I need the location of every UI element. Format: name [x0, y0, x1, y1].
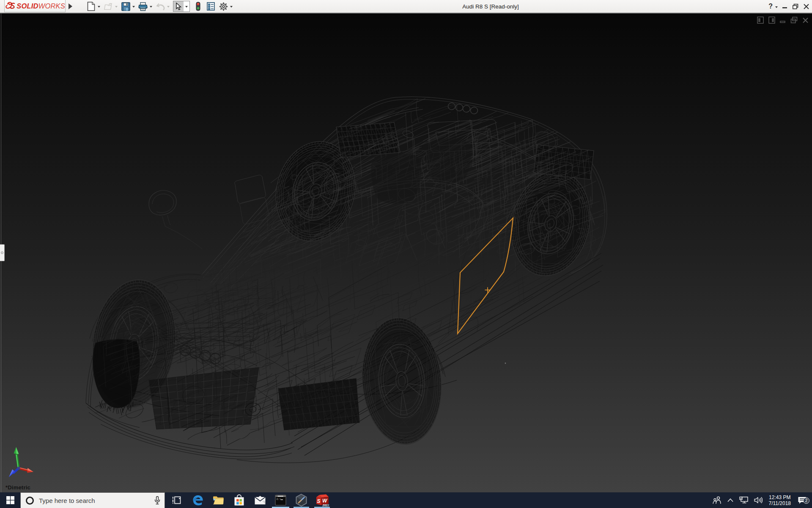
windows-taskbar: Type here to search C:\ SW2017: [0, 492, 812, 508]
help-dropdown[interactable]: [775, 6, 778, 8]
svg-text:C:\: C:\: [277, 498, 281, 501]
car-wireframe: [0, 14, 812, 492]
people-button[interactable]: [710, 492, 724, 508]
toolbar-expand-arrow-icon[interactable]: [66, 2, 74, 11]
volume-button[interactable]: [751, 492, 765, 508]
save-dropdown[interactable]: [132, 6, 135, 8]
view-orientation-label: *Dimetric: [5, 484, 30, 491]
restore-button[interactable]: [792, 3, 799, 10]
new-document-button[interactable]: [86, 1, 103, 12]
network-button[interactable]: [736, 492, 751, 508]
traffic-light-icon: [193, 2, 203, 11]
people-icon: [713, 496, 721, 504]
solidworks-2017-icon: SW2017: [315, 494, 329, 507]
mail-button[interactable]: [250, 492, 270, 508]
close-button[interactable]: [803, 3, 809, 10]
print-dropdown[interactable]: [150, 6, 152, 8]
solidworks-window: SOLIDWORKS: [0, 0, 812, 508]
print-icon: [138, 2, 148, 11]
select-cursor-icon: [173, 1, 184, 11]
action-center-button[interactable]: 2: [794, 496, 812, 505]
feature-panel-collapsed-tab[interactable]: [0, 244, 5, 261]
undo-icon: [156, 2, 165, 11]
options-list-button[interactable]: [206, 1, 215, 12]
titlebar-window-controls: ?: [768, 0, 809, 13]
restore-doc-icon[interactable]: [790, 17, 798, 24]
chevron-up-icon: [727, 498, 733, 502]
cortana-ring-icon: [26, 497, 34, 505]
solidworks-logo: SOLIDWORKS: [4, 0, 66, 12]
save-icon: [121, 2, 130, 11]
feature-pane-left-icon[interactable]: [757, 17, 764, 24]
new-document-icon: [86, 2, 96, 11]
minimize-button[interactable]: [782, 3, 788, 10]
help-button[interactable]: ?: [768, 3, 773, 10]
tray-date: 7/11/2018: [769, 500, 791, 506]
file-explorer-icon: [213, 495, 224, 505]
minimize-doc-icon[interactable]: [780, 17, 786, 24]
task-view-button[interactable]: [167, 492, 187, 508]
cad-hexagon-icon: [295, 494, 307, 507]
start-button[interactable]: [0, 492, 20, 508]
undo-dropdown[interactable]: [167, 6, 170, 8]
title-bar: SOLIDWORKS: [0, 0, 812, 13]
print-button[interactable]: [138, 1, 155, 12]
quick-toolbar: [86, 0, 236, 13]
selected-face-outline: [458, 218, 513, 334]
edge-button[interactable]: [187, 492, 208, 508]
feature-pane-right-icon[interactable]: [768, 17, 775, 24]
solidworks-2017-button[interactable]: SW2017: [312, 492, 332, 508]
search-placeholder: Type here to search: [39, 497, 95, 504]
document-window-controls: [757, 17, 809, 24]
tray-clock[interactable]: 12:43 PM 7/11/2018: [765, 494, 795, 506]
system-tray: 12:43 PM 7/11/2018 2: [710, 492, 812, 508]
command-prompt-button[interactable]: C:\: [270, 492, 291, 508]
file-explorer-button[interactable]: [208, 492, 229, 508]
cad-hexagon-app-button[interactable]: [291, 492, 312, 508]
hidden-icons-button[interactable]: [724, 492, 736, 508]
options-list-icon: [206, 2, 215, 11]
document-title: Audi R8 S [Read-only]: [224, 0, 757, 13]
close-doc-icon[interactable]: [802, 17, 809, 24]
windows-start-icon: [6, 496, 14, 504]
select-tool-dropdown[interactable]: [184, 1, 189, 11]
volume-icon: [754, 497, 763, 504]
new-document-dropdown[interactable]: [98, 6, 100, 8]
solidworks-wordmark: SOLIDWORKS: [16, 2, 65, 10]
network-icon: [739, 497, 748, 504]
svg-text:S: S: [317, 498, 320, 504]
mail-icon: [254, 495, 266, 505]
dassault-3s-swoosh-icon: [5, 0, 16, 11]
microphone-icon[interactable]: [154, 496, 160, 505]
notification-badge: 2: [803, 497, 809, 504]
open-document-icon: [104, 2, 113, 11]
save-button[interactable]: [121, 1, 137, 12]
edge-icon: [192, 494, 204, 506]
undo-button[interactable]: [156, 1, 172, 12]
graphics-viewport[interactable]: *Dimetric: [0, 14, 812, 492]
svg-text:2017: 2017: [322, 503, 329, 507]
store-button[interactable]: [229, 492, 250, 508]
taskbar-search[interactable]: Type here to search: [20, 492, 165, 508]
taskbar-apps: C:\ SW2017: [167, 492, 332, 508]
performance-evaluation-button[interactable]: [193, 1, 203, 12]
feature-panel-tab-icon: [1, 251, 3, 254]
select-tool-button[interactable]: [173, 1, 190, 12]
command-prompt-icon: C:\: [275, 494, 286, 506]
task-view-icon: [172, 495, 182, 505]
open-document-dropdown[interactable]: [115, 6, 118, 8]
open-document-button[interactable]: [104, 1, 120, 12]
microsoft-store-icon: [234, 494, 244, 506]
orientation-triad: [4, 432, 42, 483]
selected-face-glow: [458, 218, 513, 334]
tray-time: 12:43 PM: [769, 494, 791, 500]
